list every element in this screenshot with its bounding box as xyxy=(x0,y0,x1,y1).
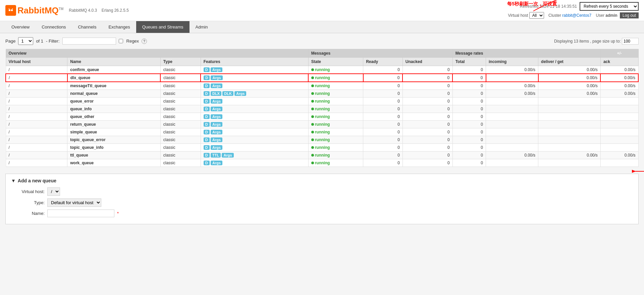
col-features: Features xyxy=(201,58,308,66)
col-incoming: incoming xyxy=(486,58,538,66)
cell-ready: 0 xyxy=(363,159,403,167)
cell-incoming xyxy=(486,128,538,136)
status-dot xyxy=(311,76,314,79)
cell-ack xyxy=(600,144,638,152)
status-dot xyxy=(311,146,314,149)
cell-ack xyxy=(600,128,638,136)
table-row[interactable]: / work_queue classic D Args running 0 0 … xyxy=(6,159,638,167)
cell-ready: 0 xyxy=(363,144,403,152)
state-running: running xyxy=(311,114,330,119)
logout-button[interactable]: Log out xyxy=(620,12,639,18)
cell-ack: 0.00/s xyxy=(600,82,638,90)
feature-tag-args: Args xyxy=(211,161,222,165)
refresh-select[interactable]: No refresh Refresh every 5 seconds Refre… xyxy=(580,2,639,11)
cell-total: 0 xyxy=(452,136,486,144)
type-form-label: Type: xyxy=(11,200,45,205)
status-dot xyxy=(311,154,314,157)
feature-tag-d: D xyxy=(204,99,210,104)
cell-state: running xyxy=(308,105,363,113)
cell-name[interactable]: ttl_queue xyxy=(67,152,161,159)
table-row[interactable]: / queue_other classic D Args running 0 0… xyxy=(6,113,638,121)
cell-name[interactable]: return_queue xyxy=(67,121,161,128)
nav-connections[interactable]: Connections xyxy=(36,21,72,33)
svg-rect-4 xyxy=(12,8,13,9)
type-form-select[interactable]: Default for virtual host Classic Quorum … xyxy=(47,198,101,207)
cell-name[interactable]: topic_queue_info xyxy=(67,144,161,152)
cell-name[interactable]: simple_queue xyxy=(67,128,161,136)
cell-name[interactable]: queue_other xyxy=(67,113,161,121)
virtual-host-label: Virtual host xyxy=(508,13,528,18)
table-row[interactable]: / return_queue classic D Args running 0 … xyxy=(6,121,638,128)
virtual-host-select[interactable]: All / xyxy=(529,12,544,19)
feature-tag-args: Args xyxy=(211,114,222,119)
cell-vhost: / xyxy=(6,144,67,152)
table-row[interactable]: / ttl_queue classic D TTL Args running 0… xyxy=(6,152,638,159)
cell-name[interactable]: queue_error xyxy=(67,98,161,105)
regex-checkbox[interactable] xyxy=(119,39,123,43)
help-icon[interactable]: ? xyxy=(142,39,147,44)
table-row[interactable]: / queue_error classic D Args running 0 0… xyxy=(6,98,638,105)
state-running: running xyxy=(311,130,330,134)
add-queue-title[interactable]: ▼ Add a new queue xyxy=(11,178,633,183)
cell-features: D Args xyxy=(201,82,308,90)
user-value: admin xyxy=(605,13,617,18)
feature-tag-d: D xyxy=(204,130,210,134)
filter-row: Page 1 of 1 - Filter: Regex ? Displaying… xyxy=(5,37,639,45)
table-row[interactable]: / topic_queue_error classic D Args runni… xyxy=(6,136,638,144)
table-row[interactable]: / dlx_queue classic D Args running 0 0 0… xyxy=(6,74,638,82)
user-label: User xyxy=(596,13,604,18)
table-row[interactable]: / queue_info classic D Args running 0 0 … xyxy=(6,105,638,113)
cell-vhost: / xyxy=(6,159,67,167)
nav-overview[interactable]: Overview xyxy=(5,21,36,33)
page-select[interactable]: 1 xyxy=(18,37,33,45)
feature-tag-args: Args xyxy=(211,137,222,142)
queues-table: Overview Messages Message rates +/- Virt… xyxy=(5,49,639,167)
filter-input[interactable] xyxy=(62,38,116,45)
cell-total: 0 xyxy=(452,144,486,152)
top-right-panel: Refreshed 2024-11-18 14:35:51 No refresh… xyxy=(508,2,639,19)
cell-vhost: / xyxy=(6,74,67,82)
cell-state: running xyxy=(308,74,363,82)
cell-type: classic xyxy=(160,74,201,82)
table-row[interactable]: / topic_queue_info classic D Args runnin… xyxy=(6,144,638,152)
state-running: running xyxy=(311,161,330,165)
cell-ack xyxy=(600,136,638,144)
cell-ready: 0 xyxy=(363,98,403,105)
pagesize-input[interactable] xyxy=(622,38,639,45)
vhost-form-select[interactable]: / xyxy=(47,187,60,196)
cell-name[interactable]: normal_queue xyxy=(67,90,161,98)
cell-name[interactable]: dlx_queue xyxy=(67,74,161,82)
cell-unacked: 0 xyxy=(402,121,452,128)
nav-exchanges[interactable]: Exchanges xyxy=(102,21,136,33)
table-row[interactable]: / messageTtl_queue classic D Args runnin… xyxy=(6,82,638,90)
name-form-input[interactable] xyxy=(47,210,114,217)
feature-tag-d: D xyxy=(204,153,210,158)
nav-admin[interactable]: Admin xyxy=(190,21,214,33)
cell-name[interactable]: confirm_queue xyxy=(67,66,161,74)
cell-type: classic xyxy=(160,159,201,167)
cell-type: classic xyxy=(160,144,201,152)
table-row[interactable]: / normal_queue classic D DLX DLK Args ru… xyxy=(6,90,638,98)
nav-channels[interactable]: Channels xyxy=(72,21,102,33)
cell-vhost: / xyxy=(6,136,67,144)
cell-unacked: 0 xyxy=(402,113,452,121)
table-row[interactable]: / confirm_queue classic D Args running 0… xyxy=(6,66,638,74)
feature-tag-ttl: TTL xyxy=(211,153,221,158)
cell-unacked: 0 xyxy=(402,152,452,159)
cell-name[interactable]: topic_queue_error xyxy=(67,136,161,144)
feature-tag-args: Args xyxy=(222,153,233,158)
plus-minus-btn[interactable]: +/- xyxy=(600,49,638,58)
nav-queues-streams[interactable]: Queues and Streams xyxy=(136,21,190,33)
cell-vhost: / xyxy=(6,90,67,98)
cell-unacked: 0 xyxy=(402,74,452,82)
feature-tag-d: D xyxy=(204,114,210,119)
cell-name[interactable]: messageTtl_queue xyxy=(67,82,161,90)
name-form-label: Name: xyxy=(11,211,45,216)
cell-name[interactable]: queue_info xyxy=(67,105,161,113)
cell-total: 0 xyxy=(452,82,486,90)
table-row[interactable]: / simple_queue classic D Args running 0 … xyxy=(6,128,638,136)
state-running: running xyxy=(311,107,330,111)
cell-name[interactable]: work_queue xyxy=(67,159,161,167)
status-dot xyxy=(311,138,314,141)
cell-unacked: 0 xyxy=(402,82,452,90)
